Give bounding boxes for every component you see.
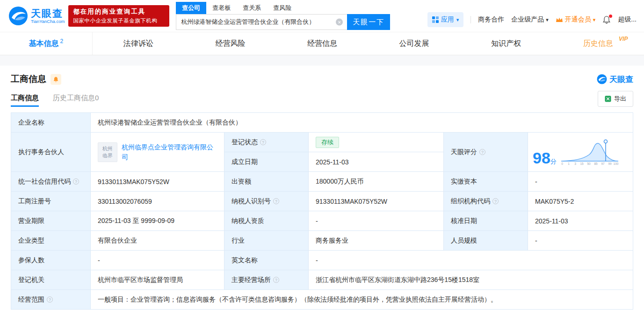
clear-search-icon[interactable]: ✕ — [336, 19, 343, 26]
tianyancha-logo[interactable]: 天眼查 TianYanCha.com — [8, 6, 65, 26]
capital-label: 出资额 — [224, 172, 309, 192]
table-row: 统一社会信用代码 91330113MAK075Y52W 出资额 180000万人… — [11, 172, 633, 192]
tab-operating-info[interactable]: 经营信息 — [276, 32, 369, 55]
partner-logo: 杭州临界 — [98, 142, 117, 162]
help-icon[interactable] — [479, 149, 485, 155]
help-icon[interactable] — [273, 198, 279, 204]
nav-open-vip[interactable]: 开通会员 ▾ — [556, 15, 596, 24]
apps-label: 应用 — [441, 15, 454, 24]
svg-text:15: 15 — [580, 162, 584, 165]
subscribe-bell[interactable] — [51, 74, 61, 85]
section-header: 工商信息 天眼查 — [0, 66, 644, 89]
search-tab-risk[interactable]: 查风险 — [267, 2, 297, 14]
capital-value: 180000万人民币 — [309, 172, 444, 192]
staff-size-value: - — [528, 231, 633, 251]
top-header: 天眼查 TianYanCha.com 都在用的商业查询工具 国家中小企业发展子基… — [0, 0, 644, 32]
reg-number-value: 330113002076059 — [91, 192, 224, 211]
taxpayer-quality-value: - — [309, 211, 444, 231]
top-nav: 应用 ▾ 商务合作 企业级产品 ▾ 开通会员 ▾ 超级... — [427, 12, 644, 27]
svg-text:99: 99 — [608, 162, 612, 165]
crown-icon — [556, 17, 563, 23]
promo-banner: 都在用的商业查询工具 国家中小企业发展子基金旗下机构 — [68, 5, 169, 27]
export-button[interactable]: 导出 — [598, 91, 633, 107]
establish-date-label: 成立日期 — [224, 152, 309, 172]
search-tab-company[interactable]: 查公司 — [176, 2, 206, 14]
subtab-business-info[interactable]: 工商信息 — [11, 94, 39, 107]
excel-export-icon — [605, 96, 611, 102]
tab-basic-info[interactable]: 基本信息 2 — [0, 32, 93, 55]
reg-authority-label: 登记机关 — [11, 270, 91, 290]
nav-super-vip[interactable]: 超级... — [618, 15, 637, 24]
logo-subtitle: TianYanCha.com — [31, 19, 65, 24]
svg-text:0: 0 — [561, 162, 563, 165]
staff-size-label: 人员规模 — [444, 231, 528, 251]
search-tabs: 查公司 查老板 查关系 查风险 — [176, 2, 390, 14]
industry-label: 行业 — [224, 231, 309, 251]
score-cell: 98分 0 1 3 15 50 85 97 99 100 — [528, 133, 633, 172]
business-scope-value: 一般项目：企业管理咨询；信息咨询服务（不含许可类信息咨询服务）（除依法须经批准的… — [91, 290, 633, 310]
banner-line2: 国家中小企业发展子基金旗下机构 — [73, 17, 165, 24]
tab-intellectual-property[interactable]: 知识产权 — [460, 32, 552, 55]
bell-icon — [53, 76, 59, 82]
business-place-value: 浙江省杭州市临平区东湖街道东湖中路236号15楼1518室 — [309, 270, 633, 290]
company-tabs: 基本信息 2 法律诉讼 经营风险 经营信息 公司发展 知识产权 历史信息 VIP — [0, 32, 644, 55]
banner-line1: 都在用的商业查询工具 — [73, 7, 165, 16]
approval-date-label: 核准日期 — [444, 211, 528, 231]
credit-code-value: 91330113MAK075Y52W — [91, 172, 224, 192]
apps-menu[interactable]: 应用 ▾ — [427, 12, 464, 27]
search-input[interactable] — [176, 15, 347, 30]
insured-count-label: 参保人数 — [11, 251, 91, 270]
subtabs-row: 工商信息 历史工商信息0 导出 — [0, 89, 644, 111]
svg-text:50: 50 — [587, 162, 591, 165]
tab-legal[interactable]: 法律诉讼 — [93, 32, 185, 55]
approval-date-value: 2025-11-03 — [528, 211, 633, 231]
help-icon[interactable] — [260, 139, 266, 145]
help-icon[interactable] — [273, 277, 279, 283]
subtab-history-business-info[interactable]: 历史工商信息0 — [53, 94, 99, 107]
table-row: 工商注册号 330113002076059 纳税人识别号 91330113MAK… — [11, 192, 633, 211]
tab-history-info[interactable]: 历史信息 VIP — [552, 32, 644, 55]
nav-enterprise-products[interactable]: 企业级产品 ▾ — [511, 15, 549, 24]
chevron-down-icon: ▾ — [593, 17, 596, 22]
help-icon[interactable] — [492, 198, 499, 204]
svg-text:3: 3 — [574, 162, 576, 165]
table-row: 营业期限 2025-11-03 至 9999-09-09 纳税人资质 - 核准日… — [11, 211, 633, 231]
table-row: 登记机关 杭州市临平区市场监督管理局 主要经营场所 浙江省杭州市临平区东湖街道东… — [11, 270, 633, 290]
taxpayer-quality-label: 纳税人资质 — [224, 211, 309, 231]
table-row: 经营范围 一般项目：企业管理咨询；信息咨询服务（不含许可类信息咨询服务）（除依法… — [11, 290, 633, 310]
taxpayer-id-label: 纳税人识别号 — [224, 192, 309, 211]
tianyancha-logo-icon — [597, 74, 607, 84]
notification-bell[interactable] — [602, 15, 611, 24]
help-icon[interactable] — [47, 296, 53, 303]
background-strip — [0, 55, 644, 66]
help-icon[interactable] — [73, 178, 79, 185]
nav-cooperation[interactable]: 商务合作 — [478, 15, 504, 24]
company-name-label: 企业名称 — [11, 113, 91, 133]
reg-authority-value: 杭州市临平区市场监督管理局 — [91, 270, 224, 290]
credit-code-label: 统一社会信用代码 — [11, 172, 91, 192]
chevron-down-icon: ▾ — [456, 17, 459, 22]
reg-status-value: 存续 — [309, 133, 444, 152]
business-term-label: 营业期限 — [11, 211, 91, 231]
partner-company-link[interactable]: 杭州临界点企业管理咨询有限公司 — [122, 142, 217, 162]
status-badge: 存续 — [316, 137, 339, 148]
business-term-value: 2025-11-03 至 9999-09-09 — [91, 211, 224, 231]
industry-value: 商务服务业 — [309, 231, 444, 251]
company-type-value: 有限合伙企业 — [91, 231, 224, 251]
watermark-brand: 天眼查 — [597, 74, 633, 85]
business-info-table: 企业名称 杭州绿港智储企业运营管理合伙企业（有限合伙） 执行事务合伙人 杭州临界… — [11, 112, 633, 310]
svg-text:85: 85 — [594, 162, 598, 165]
table-row: 企业名称 杭州绿港智储企业运营管理合伙企业（有限合伙） — [11, 113, 633, 133]
partner-label: 执行事务合伙人 — [11, 133, 91, 172]
tab-company-development[interactable]: 公司发展 — [368, 32, 460, 55]
tab-operating-risk[interactable]: 经营风险 — [184, 32, 276, 55]
search-tab-boss[interactable]: 查老板 — [206, 2, 237, 14]
logo-title: 天眼查 — [31, 8, 65, 19]
insured-count-value: - — [91, 251, 224, 270]
paid-capital-value: - — [528, 172, 633, 192]
search-tab-relation[interactable]: 查关系 — [237, 2, 267, 14]
search-area: 查公司 查老板 查关系 查风险 ✕ 天眼一下 — [176, 0, 390, 32]
score-chart: 0 1 3 15 50 85 97 99 100 — [560, 139, 620, 166]
search-button[interactable]: 天眼一下 — [347, 14, 390, 30]
business-place-label: 主要经营场所 — [224, 270, 309, 290]
